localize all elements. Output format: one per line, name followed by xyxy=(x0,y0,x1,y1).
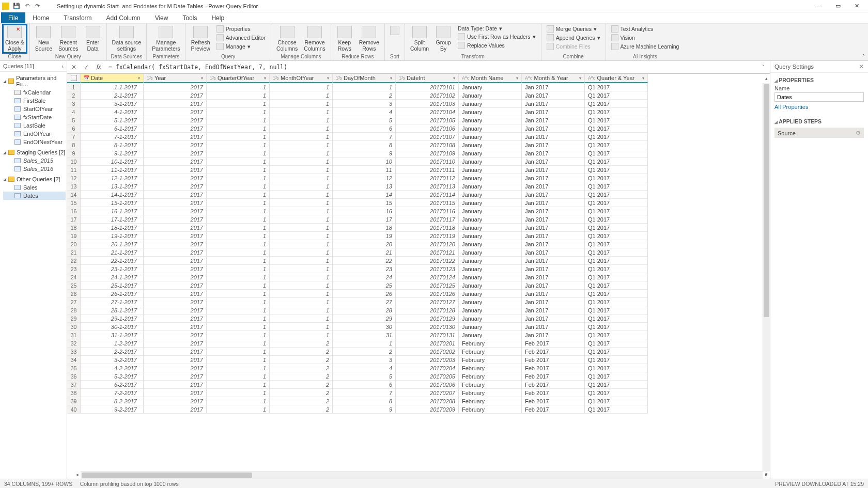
keep-rows-button[interactable]: Keep Rows xyxy=(334,25,355,53)
cell[interactable]: 1 xyxy=(207,364,270,372)
cell[interactable]: Q1 2017 xyxy=(585,348,648,356)
cell[interactable]: Jan 2017 xyxy=(522,331,585,339)
cell[interactable]: 2017 xyxy=(144,348,207,356)
row-number[interactable]: 34 xyxy=(67,356,81,364)
cell[interactable]: January xyxy=(459,298,522,306)
row-number[interactable]: 40 xyxy=(67,405,81,414)
cell[interactable]: Q1 2017 xyxy=(585,182,648,191)
cell[interactable]: 15 xyxy=(333,199,396,207)
cell[interactable]: Q1 2017 xyxy=(585,199,648,207)
cell[interactable]: 2017 xyxy=(144,273,207,281)
cell[interactable]: 6-2-2017 xyxy=(81,381,144,389)
row-number[interactable]: 12 xyxy=(67,174,81,182)
cell[interactable]: 2 xyxy=(270,397,333,405)
cell[interactable]: 24-1-2017 xyxy=(81,273,144,281)
data-source-settings-button[interactable]: Data source settings xyxy=(110,25,144,53)
column-header[interactable]: AᴮcMonth Name▾ xyxy=(459,74,522,83)
cell[interactable]: 14-1-2017 xyxy=(81,191,144,199)
cell[interactable]: 1 xyxy=(207,141,270,149)
cell[interactable]: Feb 2017 xyxy=(522,364,585,372)
cell[interactable]: January xyxy=(459,199,522,207)
row-number[interactable]: 15 xyxy=(67,199,81,207)
cell[interactable]: 2017 xyxy=(144,265,207,273)
cell[interactable]: 1 xyxy=(270,273,333,281)
text-analytics-button[interactable]: Text Analytics xyxy=(609,25,681,33)
remove-columns-button[interactable]: Remove Columns xyxy=(302,25,327,53)
row-number[interactable]: 38 xyxy=(67,389,81,397)
cell[interactable]: January xyxy=(459,182,522,191)
cell[interactable]: 2017 xyxy=(144,124,207,133)
cell[interactable]: Q1 2017 xyxy=(585,314,648,323)
row-number[interactable]: 6 xyxy=(67,124,81,133)
properties-button[interactable]: Properties xyxy=(214,25,268,33)
group-by-button[interactable]: Group By xyxy=(433,25,454,53)
cell[interactable]: 23-1-2017 xyxy=(81,265,144,273)
cell[interactable]: 20170129 xyxy=(396,314,459,323)
cell[interactable]: 2017 xyxy=(144,257,207,265)
cell[interactable]: Q1 2017 xyxy=(585,133,648,141)
cell[interactable]: January xyxy=(459,224,522,232)
cell[interactable]: 1 xyxy=(270,257,333,265)
formula-cancel-icon[interactable]: ✕ xyxy=(69,62,79,72)
cell[interactable]: Jan 2017 xyxy=(522,91,585,100)
cell[interactable]: 6 xyxy=(333,124,396,133)
cell[interactable]: 1 xyxy=(207,108,270,116)
cell[interactable]: January xyxy=(459,323,522,331)
scroll-left-icon[interactable]: ◂ xyxy=(73,472,81,479)
row-number[interactable]: 25 xyxy=(67,281,81,290)
cell[interactable]: Jan 2017 xyxy=(522,273,585,281)
cell[interactable]: 20170127 xyxy=(396,298,459,306)
cell[interactable]: 2 xyxy=(270,381,333,389)
cell[interactable]: 1 xyxy=(207,306,270,314)
row-number[interactable]: 28 xyxy=(67,306,81,314)
cell[interactable]: Jan 2017 xyxy=(522,298,585,306)
query-group-header[interactable]: ◢Staging Queries [2] xyxy=(3,148,66,156)
manage-query-button[interactable]: Manage ▾ xyxy=(214,42,268,51)
cell[interactable]: Q1 2017 xyxy=(585,158,648,166)
cell[interactable]: 3-1-2017 xyxy=(81,100,144,108)
cell[interactable]: 1 xyxy=(207,91,270,100)
horizontal-scrollbar[interactable]: ◂ ▸ xyxy=(81,471,763,479)
row-number[interactable]: 27 xyxy=(67,298,81,306)
cell[interactable]: 2017 xyxy=(144,381,207,389)
cell[interactable]: 20170106 xyxy=(396,124,459,133)
cell[interactable]: 20170119 xyxy=(396,232,459,240)
cell[interactable]: Jan 2017 xyxy=(522,116,585,124)
cell[interactable]: Q1 2017 xyxy=(585,265,648,273)
cell[interactable]: 17-1-2017 xyxy=(81,215,144,224)
cell[interactable]: 18 xyxy=(333,224,396,232)
cell[interactable]: 9 xyxy=(333,405,396,414)
cell[interactable]: 20170113 xyxy=(396,182,459,191)
cell[interactable]: 4 xyxy=(333,364,396,372)
cell[interactable]: 20170116 xyxy=(396,207,459,215)
cell[interactable]: 1 xyxy=(207,372,270,381)
menu-add-column[interactable]: Add Column xyxy=(99,12,148,23)
cell[interactable]: Q1 2017 xyxy=(585,356,648,364)
row-number[interactable]: 36 xyxy=(67,372,81,381)
merge-queries-button[interactable]: Merge Queries ▾ xyxy=(545,25,602,33)
cell[interactable]: 2017 xyxy=(144,215,207,224)
fx-icon[interactable]: fx xyxy=(94,62,103,72)
cell[interactable]: 20170117 xyxy=(396,215,459,224)
cell[interactable]: February xyxy=(459,356,522,364)
cell[interactable]: 1 xyxy=(207,290,270,298)
column-header[interactable]: 1²₃MonthOfYear▾ xyxy=(270,74,333,83)
cell[interactable]: 2017 xyxy=(144,323,207,331)
azure-ml-button[interactable]: Azure Machine Learning xyxy=(609,42,681,51)
cell[interactable]: January xyxy=(459,149,522,158)
cell[interactable]: 28 xyxy=(333,306,396,314)
close-button[interactable]: ✕ xyxy=(847,0,866,12)
query-item[interactable]: fxCalendar xyxy=(3,88,66,97)
cell[interactable]: 2-1-2017 xyxy=(81,91,144,100)
cell[interactable]: January xyxy=(459,290,522,298)
cell[interactable]: 20170112 xyxy=(396,174,459,182)
column-header[interactable]: 1²₃DayOfMonth▾ xyxy=(333,74,396,83)
cell[interactable]: 21 xyxy=(333,248,396,257)
cell[interactable]: 2 xyxy=(270,364,333,372)
cell[interactable]: 1 xyxy=(207,356,270,364)
cell[interactable]: 1 xyxy=(207,397,270,405)
cell[interactable]: Q1 2017 xyxy=(585,381,648,389)
replace-values-button[interactable]: Replace Values xyxy=(456,41,538,50)
cell[interactable]: 4-1-2017 xyxy=(81,108,144,116)
cell[interactable]: 18-1-2017 xyxy=(81,224,144,232)
